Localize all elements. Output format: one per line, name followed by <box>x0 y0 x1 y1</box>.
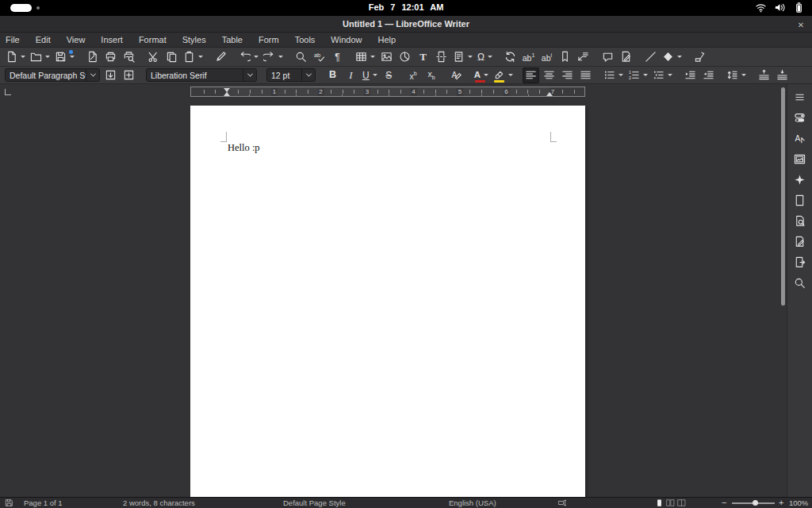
dropdown-arrow-icon[interactable] <box>484 74 488 76</box>
zoom-out-button[interactable]: − <box>722 498 726 507</box>
properties-deck-tab[interactable] <box>790 107 810 128</box>
page-canvas[interactable]: Hello :p <box>190 106 585 497</box>
decrease-indent-button[interactable] <box>700 67 717 83</box>
clear-formatting-button[interactable]: A <box>448 67 465 83</box>
insert-field-button[interactable] <box>451 49 474 65</box>
subscript-button[interactable]: xb <box>423 67 440 83</box>
insert-endnote-button[interactable]: abi <box>538 49 555 65</box>
font-color-button[interactable]: A <box>473 67 490 83</box>
paste-button[interactable] <box>182 49 205 65</box>
dropdown-arrow-icon[interactable] <box>643 74 648 76</box>
insert-text-box-button[interactable]: T <box>415 49 431 65</box>
left-indent-marker[interactable] <box>224 92 230 96</box>
update-style-button[interactable] <box>102 67 119 83</box>
document-modified-icon[interactable] <box>5 498 13 507</box>
superscript-button[interactable]: xb <box>405 67 422 83</box>
increase-paragraph-spacing-button[interactable] <box>756 67 772 83</box>
chevron-down-icon[interactable] <box>301 69 315 81</box>
dropdown-arrow-icon[interactable] <box>198 56 203 58</box>
wifi-icon[interactable] <box>755 2 767 13</box>
dropdown-arrow-icon[interactable] <box>45 56 50 58</box>
track-changes-button[interactable] <box>618 49 634 65</box>
copy-button[interactable] <box>163 49 180 65</box>
align-justify-button[interactable] <box>577 67 594 83</box>
align-right-button[interactable] <box>559 67 576 83</box>
paragraph-style-combobox[interactable]: Default Paragraph Style <box>5 68 100 82</box>
horizontal-ruler[interactable]: 1234567 <box>190 87 585 97</box>
page-count-status[interactable]: Page 1 of 1 <box>24 498 63 507</box>
insert-cross-reference-button[interactable] <box>575 49 592 65</box>
manage-changes-deck-tab[interactable] <box>790 231 810 252</box>
find-replace-button[interactable] <box>293 49 309 65</box>
menu-item-form[interactable]: Form <box>251 33 287 48</box>
sidebar-settings-button[interactable] <box>790 87 810 107</box>
basic-shapes-button[interactable] <box>661 49 684 65</box>
underline-button[interactable]: U <box>361 67 379 83</box>
menu-item-edit[interactable]: Edit <box>28 33 59 48</box>
dropdown-arrow-icon[interactable] <box>741 74 746 76</box>
insert-comment-button[interactable] <box>599 49 616 65</box>
font-size-combobox[interactable]: 12 pt <box>266 68 316 82</box>
zoom-level-value[interactable]: 100% <box>789 498 808 507</box>
print-button[interactable] <box>102 49 119 65</box>
insert-footnote-button[interactable]: ab1 <box>520 49 537 65</box>
insert-image-button[interactable] <box>378 49 395 65</box>
chevron-down-icon[interactable] <box>86 69 99 81</box>
multi-page-view-button[interactable] <box>666 498 675 507</box>
dropdown-arrow-icon[interactable] <box>21 56 25 58</box>
save-button[interactable] <box>53 49 76 65</box>
increase-indent-button[interactable] <box>682 67 699 83</box>
word-count-status[interactable]: 2 words, 8 characters <box>123 498 195 507</box>
menu-item-view[interactable]: View <box>59 33 94 48</box>
align-left-button[interactable] <box>523 67 539 83</box>
page-deck-tab[interactable] <box>790 190 810 210</box>
dropdown-arrow-icon[interactable] <box>278 56 283 58</box>
volume-icon[interactable] <box>774 2 786 13</box>
line-spacing-button[interactable] <box>725 67 748 83</box>
cut-button[interactable] <box>145 49 162 65</box>
align-center-button[interactable] <box>541 67 557 83</box>
clone-formatting-button[interactable] <box>213 49 229 65</box>
zoom-in-button[interactable]: + <box>779 498 783 507</box>
battery-icon[interactable] <box>793 2 805 13</box>
zoom-slider[interactable] <box>732 502 775 504</box>
menu-item-format[interactable]: Format <box>131 33 174 48</box>
style-inspector-deck-tab[interactable] <box>790 210 810 231</box>
show-draw-functions-button[interactable] <box>691 49 708 65</box>
insert-special-character-button[interactable]: Ω <box>476 49 494 65</box>
new-style-button[interactable] <box>121 67 137 83</box>
menu-item-insert[interactable]: Insert <box>93 33 131 48</box>
menu-item-styles[interactable]: Styles <box>174 33 214 48</box>
dropdown-arrow-icon[interactable] <box>373 74 377 76</box>
dropdown-arrow-icon[interactable] <box>254 56 259 58</box>
tab-stop-type-selector[interactable] <box>5 89 11 95</box>
accessibility-check-deck-tab[interactable] <box>790 252 810 272</box>
dropdown-arrow-icon[interactable] <box>508 74 513 76</box>
ordered-list-button[interactable]: 12 <box>626 67 649 83</box>
insert-chart-button[interactable] <box>396 49 413 65</box>
dropdown-arrow-icon[interactable] <box>668 74 672 76</box>
dropdown-arrow-icon[interactable] <box>70 56 75 58</box>
unordered-list-button[interactable] <box>602 67 625 83</box>
gallery-deck-tab[interactable] <box>790 148 810 169</box>
insert-page-break-button[interactable] <box>433 49 450 65</box>
dropdown-arrow-icon[interactable] <box>370 56 375 58</box>
insert-line-button[interactable] <box>642 49 659 65</box>
strikethrough-button[interactable]: S <box>381 67 397 83</box>
formatting-marks-button[interactable]: ¶ <box>329 49 346 65</box>
navigator-deck-tab[interactable] <box>790 169 810 190</box>
language-status[interactable]: English (USA) <box>449 498 496 507</box>
vertical-scrollbar[interactable] <box>780 84 787 497</box>
system-clock[interactable]: Feb 7 12:01 AM <box>0 2 812 12</box>
right-indent-marker[interactable] <box>546 92 553 96</box>
single-page-view-button[interactable] <box>655 498 664 507</box>
open-button[interactable] <box>29 49 52 65</box>
document-text[interactable]: Hello :p <box>228 142 260 153</box>
chevron-down-icon[interactable] <box>243 69 256 81</box>
font-name-combobox[interactable]: Liberation Serif <box>146 68 257 82</box>
styles-deck-tab[interactable]: A <box>790 128 810 148</box>
decrease-paragraph-spacing-button[interactable] <box>774 67 791 83</box>
zoom-slider-thumb[interactable] <box>753 500 758 506</box>
book-view-button[interactable] <box>677 498 686 507</box>
print-preview-button[interactable] <box>121 49 137 65</box>
